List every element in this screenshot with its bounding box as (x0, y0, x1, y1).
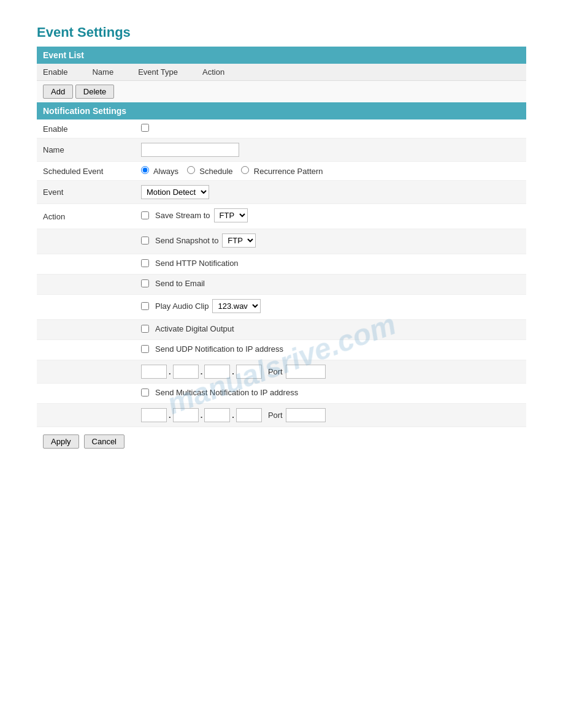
send-http-inner: Send HTTP Notification (141, 259, 520, 268)
event-select[interactable]: Motion Detect (141, 185, 209, 199)
send-udp-row: Send UDP Notification to IP address (37, 340, 526, 360)
enable-cell (135, 119, 526, 138)
send-multicast-checkbox[interactable] (141, 389, 149, 396)
send-udp-checkbox[interactable] (141, 345, 149, 353)
udp-octet-1[interactable] (141, 365, 167, 379)
save-stream-checkbox[interactable] (141, 211, 149, 219)
activate-digital-row: Activate Digital Output (37, 320, 526, 340)
multicast-octet-1[interactable] (141, 408, 167, 422)
send-snapshot-select[interactable]: FTP (222, 233, 256, 248)
recurrence-option[interactable]: Recurrence Pattern (241, 167, 323, 176)
send-udp-inner: Send UDP Notification to IP address (141, 344, 520, 354)
schedule-radio[interactable] (187, 166, 195, 174)
play-audio-inner: Play Audio Clip 123.wav (141, 299, 520, 313)
action-label: Action (37, 204, 135, 229)
multicast-octet-2[interactable] (173, 408, 199, 422)
action-cell: Save Stream to FTP (135, 204, 526, 229)
send-multicast-row: Send Multicast Notification to IP addres… (37, 384, 526, 404)
event-row: Event Motion Detect (37, 181, 526, 204)
send-snapshot-label: Send Snapshot to (155, 236, 218, 245)
send-snapshot-row: Send Snapshot to FTP (37, 229, 526, 254)
activate-digital-checkbox[interactable] (141, 325, 149, 333)
always-radio[interactable] (141, 166, 149, 174)
send-snapshot-checkbox[interactable] (141, 237, 149, 245)
udp-octet-3[interactable] (204, 365, 230, 379)
send-multicast-label: Send Multicast Notification to IP addres… (155, 388, 298, 397)
send-email-checkbox[interactable] (141, 279, 149, 287)
play-audio-label: Play Audio Clip (155, 301, 209, 311)
save-stream-select[interactable]: FTP (214, 208, 248, 222)
multicast-ip-inputs: . . . Port (141, 408, 520, 422)
event-list-section: Event List Enable Name Event Type Action… (37, 47, 526, 102)
notification-form: Enable Name Scheduled Event Always S (37, 119, 526, 427)
event-list-buttons: Add Delete (37, 81, 526, 102)
event-list-columns: Enable Name Event Type Action (37, 64, 526, 81)
udp-octet-4[interactable] (236, 365, 262, 379)
send-udp-label: Send UDP Notification to IP address (155, 344, 283, 354)
always-option[interactable]: Always (141, 167, 181, 176)
udp-octet-2[interactable] (173, 365, 199, 379)
col-enable: Enable (43, 67, 67, 77)
scheduled-event-label: Scheduled Event (37, 162, 135, 181)
schedule-option[interactable]: Schedule (187, 167, 235, 176)
name-row: Name (37, 138, 526, 162)
multicast-octet-3[interactable] (204, 408, 230, 422)
col-event-type: Event Type (138, 67, 178, 77)
col-action: Action (202, 67, 224, 77)
udp-ip-row: . . . Port (37, 360, 526, 384)
save-stream-row: Save Stream to FTP (141, 208, 520, 222)
multicast-port-input[interactable] (286, 408, 326, 422)
multicast-octet-4[interactable] (236, 408, 262, 422)
send-email-label: Send to Email (155, 279, 205, 288)
name-cell (135, 138, 526, 162)
notification-settings-header: Notification Settings (37, 102, 526, 119)
cancel-button[interactable]: Cancel (84, 434, 124, 449)
udp-ip-inputs: . . . Port (141, 365, 520, 379)
send-http-checkbox[interactable] (141, 259, 149, 267)
udp-port-label: Port (268, 367, 283, 376)
send-email-row: Send to Email (37, 275, 526, 295)
event-label: Event (37, 181, 135, 204)
recurrence-radio[interactable] (241, 166, 249, 174)
action-row: Action Save Stream to FTP (37, 204, 526, 229)
play-audio-row: Play Audio Clip 123.wav (37, 295, 526, 320)
apply-cancel-row: Apply Cancel (37, 427, 526, 456)
page-title: Event Settings (37, 25, 526, 40)
delete-button[interactable]: Delete (75, 85, 115, 99)
send-snapshot-inner: Send Snapshot to FTP (141, 233, 520, 248)
enable-checkbox[interactable] (141, 124, 149, 132)
event-list-header: Event List (37, 47, 526, 64)
scheduled-event-cell: Always Schedule Recurrence Pattern (135, 162, 526, 181)
send-multicast-inner: Send Multicast Notification to IP addres… (141, 388, 520, 397)
notification-settings-section: Notification Settings Enable Name Schedu… (37, 102, 526, 456)
name-label: Name (37, 138, 135, 162)
play-audio-checkbox[interactable] (141, 302, 149, 310)
activate-digital-inner: Activate Digital Output (141, 324, 520, 333)
send-http-row: Send HTTP Notification (37, 254, 526, 275)
col-name: Name (92, 67, 113, 77)
enable-row: Enable (37, 119, 526, 138)
multicast-port-label: Port (268, 411, 283, 420)
name-input[interactable] (141, 143, 239, 157)
udp-port-input[interactable] (286, 365, 326, 379)
play-audio-select[interactable]: 123.wav (212, 299, 261, 313)
multicast-ip-row: . . . Port (37, 404, 526, 427)
apply-button[interactable]: Apply (43, 434, 79, 449)
activate-digital-label: Activate Digital Output (155, 324, 234, 333)
scheduled-event-row: Scheduled Event Always Schedule Recurren… (37, 162, 526, 181)
enable-label: Enable (37, 119, 135, 138)
send-http-label: Send HTTP Notification (155, 259, 239, 268)
save-stream-label: Save Stream to (155, 211, 210, 220)
event-cell: Motion Detect (135, 181, 526, 204)
send-email-inner: Send to Email (141, 279, 520, 288)
add-button[interactable]: Add (43, 85, 73, 99)
